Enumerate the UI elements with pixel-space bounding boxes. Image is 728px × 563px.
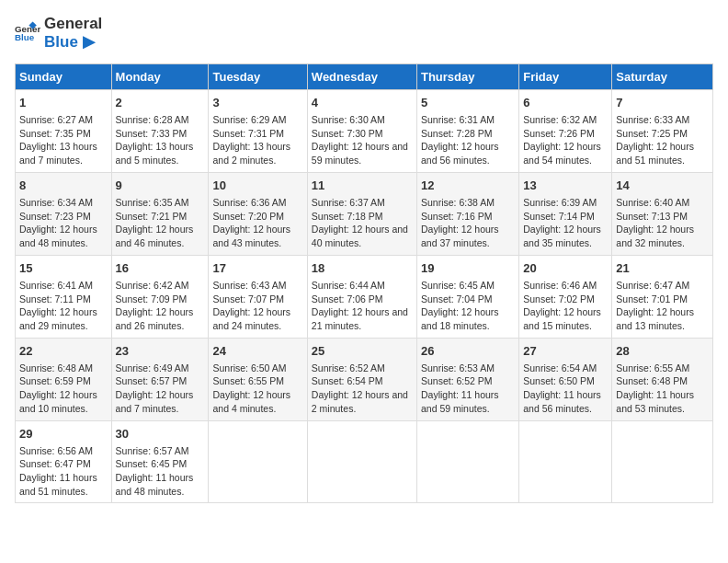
day-info: Sunrise: 6:31 AM Sunset: 7:28 PM Dayligh…	[421, 113, 515, 167]
calendar-week-1: 1Sunrise: 6:27 AM Sunset: 7:35 PM Daylig…	[16, 89, 713, 172]
calendar-cell: 11Sunrise: 6:37 AM Sunset: 7:18 PM Dayli…	[307, 172, 416, 255]
day-number: 30	[116, 426, 205, 442]
day-number: 28	[616, 343, 709, 360]
day-number: 12	[421, 178, 515, 194]
calendar-header-row: SundayMondayTuesdayWednesdayThursdayFrid…	[16, 63, 713, 89]
calendar-week-5: 29Sunrise: 6:56 AM Sunset: 6:47 PM Dayli…	[16, 420, 713, 503]
day-info: Sunrise: 6:27 AM Sunset: 7:35 PM Dayligh…	[19, 113, 108, 167]
day-info: Sunrise: 6:56 AM Sunset: 6:47 PM Dayligh…	[19, 444, 108, 499]
day-info: Sunrise: 6:57 AM Sunset: 6:45 PM Dayligh…	[116, 444, 205, 499]
calendar-cell: 17Sunrise: 6:43 AM Sunset: 7:07 PM Dayli…	[209, 255, 307, 338]
day-info: Sunrise: 6:38 AM Sunset: 7:16 PM Dayligh…	[421, 196, 515, 250]
day-number: 19	[421, 260, 515, 277]
day-number: 2	[116, 95, 205, 111]
day-number: 20	[523, 260, 608, 277]
day-number: 22	[19, 343, 108, 360]
day-number: 27	[523, 343, 608, 360]
calendar-cell: 7Sunrise: 6:33 AM Sunset: 7:25 PM Daylig…	[612, 89, 713, 172]
calendar-cell: 9Sunrise: 6:35 AM Sunset: 7:21 PM Daylig…	[111, 172, 209, 255]
calendar-week-3: 15Sunrise: 6:41 AM Sunset: 7:11 PM Dayli…	[16, 255, 713, 338]
calendar-cell: 13Sunrise: 6:39 AM Sunset: 7:14 PM Dayli…	[519, 172, 612, 255]
calendar-cell: 2Sunrise: 6:28 AM Sunset: 7:33 PM Daylig…	[111, 89, 209, 172]
col-header-friday: Friday	[519, 63, 612, 89]
logo-icon: General Blue	[15, 20, 40, 46]
page-header: General Blue General Blue ▶	[15, 15, 713, 52]
day-number: 17	[212, 260, 302, 277]
col-header-tuesday: Tuesday	[209, 63, 307, 89]
day-info: Sunrise: 6:43 AM Sunset: 7:07 PM Dayligh…	[212, 279, 302, 333]
day-number: 8	[19, 178, 108, 194]
calendar-cell: 3Sunrise: 6:29 AM Sunset: 7:31 PM Daylig…	[209, 89, 307, 172]
calendar-cell: 28Sunrise: 6:55 AM Sunset: 6:48 PM Dayli…	[612, 338, 713, 420]
calendar-cell: 23Sunrise: 6:49 AM Sunset: 6:57 PM Dayli…	[111, 338, 209, 420]
calendar-cell	[612, 420, 713, 503]
calendar-cell: 25Sunrise: 6:52 AM Sunset: 6:54 PM Dayli…	[307, 338, 416, 420]
col-header-saturday: Saturday	[612, 63, 713, 89]
calendar-cell: 22Sunrise: 6:48 AM Sunset: 6:59 PM Dayli…	[16, 338, 112, 420]
day-info: Sunrise: 6:41 AM Sunset: 7:11 PM Dayligh…	[19, 279, 108, 333]
calendar-cell: 5Sunrise: 6:31 AM Sunset: 7:28 PM Daylig…	[416, 89, 518, 172]
day-info: Sunrise: 6:42 AM Sunset: 7:09 PM Dayligh…	[116, 279, 205, 333]
calendar-cell: 27Sunrise: 6:54 AM Sunset: 6:50 PM Dayli…	[519, 338, 612, 420]
calendar-cell: 21Sunrise: 6:47 AM Sunset: 7:01 PM Dayli…	[612, 255, 713, 338]
day-number: 25	[312, 343, 413, 360]
day-info: Sunrise: 6:39 AM Sunset: 7:14 PM Dayligh…	[523, 196, 608, 250]
day-info: Sunrise: 6:35 AM Sunset: 7:21 PM Dayligh…	[116, 196, 205, 250]
day-number: 4	[312, 95, 413, 111]
day-number: 21	[616, 260, 709, 277]
day-number: 7	[616, 95, 709, 111]
day-number: 24	[212, 343, 302, 360]
calendar-cell: 15Sunrise: 6:41 AM Sunset: 7:11 PM Dayli…	[16, 255, 112, 338]
day-number: 13	[523, 178, 608, 194]
day-number: 23	[116, 343, 205, 360]
day-info: Sunrise: 6:49 AM Sunset: 6:57 PM Dayligh…	[116, 362, 205, 416]
day-info: Sunrise: 6:32 AM Sunset: 7:26 PM Dayligh…	[523, 113, 608, 167]
calendar-cell: 16Sunrise: 6:42 AM Sunset: 7:09 PM Dayli…	[111, 255, 209, 338]
day-info: Sunrise: 6:37 AM Sunset: 7:18 PM Dayligh…	[312, 196, 413, 250]
calendar-table: SundayMondayTuesdayWednesdayThursdayFrid…	[15, 63, 713, 504]
col-header-wednesday: Wednesday	[307, 63, 416, 89]
logo: General Blue General Blue ▶	[15, 15, 102, 52]
calendar-cell	[519, 420, 612, 503]
day-number: 11	[312, 178, 413, 194]
day-info: Sunrise: 6:54 AM Sunset: 6:50 PM Dayligh…	[523, 362, 608, 416]
col-header-sunday: Sunday	[16, 63, 112, 89]
day-number: 18	[312, 260, 413, 277]
day-info: Sunrise: 6:28 AM Sunset: 7:33 PM Dayligh…	[116, 113, 205, 167]
day-info: Sunrise: 6:47 AM Sunset: 7:01 PM Dayligh…	[616, 279, 709, 333]
day-info: Sunrise: 6:46 AM Sunset: 7:02 PM Dayligh…	[523, 279, 608, 333]
day-info: Sunrise: 6:29 AM Sunset: 7:31 PM Dayligh…	[212, 113, 302, 167]
calendar-cell: 29Sunrise: 6:56 AM Sunset: 6:47 PM Dayli…	[16, 420, 112, 503]
calendar-cell: 10Sunrise: 6:36 AM Sunset: 7:20 PM Dayli…	[209, 172, 307, 255]
calendar-cell	[416, 420, 518, 503]
calendar-cell: 12Sunrise: 6:38 AM Sunset: 7:16 PM Dayli…	[416, 172, 518, 255]
day-info: Sunrise: 6:50 AM Sunset: 6:55 PM Dayligh…	[212, 362, 302, 416]
calendar-cell: 1Sunrise: 6:27 AM Sunset: 7:35 PM Daylig…	[16, 89, 112, 172]
calendar-cell: 24Sunrise: 6:50 AM Sunset: 6:55 PM Dayli…	[209, 338, 307, 420]
day-number: 6	[523, 95, 608, 111]
day-info: Sunrise: 6:34 AM Sunset: 7:23 PM Dayligh…	[19, 196, 108, 250]
day-number: 10	[212, 178, 302, 194]
day-number: 5	[421, 95, 515, 111]
day-info: Sunrise: 6:44 AM Sunset: 7:06 PM Dayligh…	[312, 279, 413, 333]
day-info: Sunrise: 6:45 AM Sunset: 7:04 PM Dayligh…	[421, 279, 515, 333]
calendar-cell: 6Sunrise: 6:32 AM Sunset: 7:26 PM Daylig…	[519, 89, 612, 172]
day-number: 16	[116, 260, 205, 277]
day-info: Sunrise: 6:33 AM Sunset: 7:25 PM Dayligh…	[616, 113, 709, 167]
col-header-monday: Monday	[111, 63, 209, 89]
calendar-cell	[209, 420, 307, 503]
calendar-cell: 26Sunrise: 6:53 AM Sunset: 6:52 PM Dayli…	[416, 338, 518, 420]
calendar-cell	[307, 420, 416, 503]
day-number: 1	[19, 95, 108, 111]
logo-blue: Blue ▶	[44, 33, 102, 52]
calendar-cell: 14Sunrise: 6:40 AM Sunset: 7:13 PM Dayli…	[612, 172, 713, 255]
calendar-week-2: 8Sunrise: 6:34 AM Sunset: 7:23 PM Daylig…	[16, 172, 713, 255]
day-info: Sunrise: 6:36 AM Sunset: 7:20 PM Dayligh…	[212, 196, 302, 250]
day-info: Sunrise: 6:30 AM Sunset: 7:30 PM Dayligh…	[312, 113, 413, 167]
svg-text:Blue: Blue	[15, 33, 35, 43]
calendar-cell: 20Sunrise: 6:46 AM Sunset: 7:02 PM Dayli…	[519, 255, 612, 338]
day-number: 3	[212, 95, 302, 111]
day-number: 26	[421, 343, 515, 360]
logo-general: General	[44, 15, 102, 33]
calendar-cell: 30Sunrise: 6:57 AM Sunset: 6:45 PM Dayli…	[111, 420, 209, 503]
